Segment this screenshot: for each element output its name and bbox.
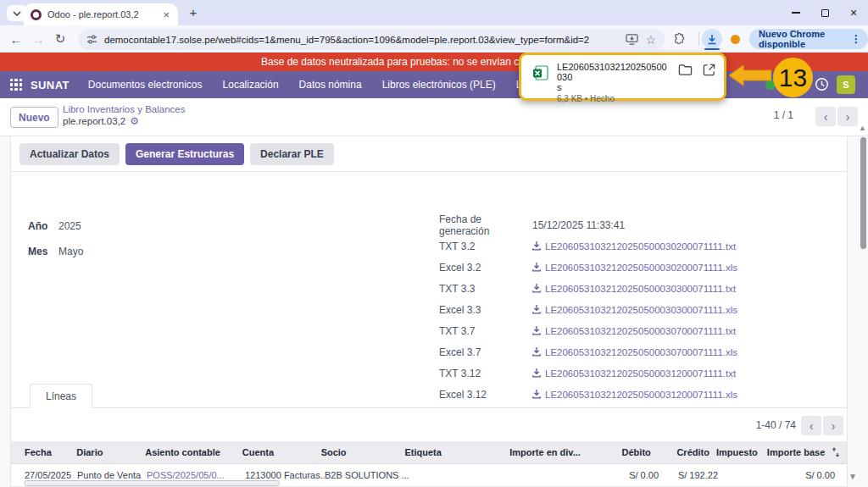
new-record-button[interactable]: Nuevo [10, 107, 58, 128]
profile-alert-icon[interactable] [731, 35, 740, 44]
download-icon [532, 305, 541, 314]
tab-lineas[interactable]: Líneas [30, 384, 92, 408]
tab-close-icon[interactable]: × [161, 9, 171, 20]
install-icon[interactable] [626, 34, 638, 45]
column-header[interactable]: Diario [76, 447, 145, 457]
column-header[interactable]: Fecha [25, 447, 76, 457]
browser-titlebar: Odoo - ple.report.03,2 × + × [0, 0, 868, 25]
download-meta: 6,3 KB • Hecho [557, 94, 670, 103]
file-label: Excel 3.2 [439, 262, 532, 274]
field-label-fecha-generacion: Fecha de generación [439, 213, 532, 237]
address-bar[interactable]: democontable17.solse.pe/web#cids=1&menu_… [78, 29, 665, 50]
field-value-mes[interactable]: Mayo [58, 246, 83, 257]
field-label-anio: Año [28, 220, 58, 232]
file-label: TXT 3.7 [439, 325, 532, 337]
new-tab-button[interactable]: + [185, 5, 202, 19]
column-header[interactable]: Importe en div... [485, 447, 581, 457]
cell-cuenta: 1213000 Facturas... [245, 470, 325, 480]
file-link[interactable]: LE2060531032120250500030200071111.txt [545, 241, 736, 252]
app-brand[interactable]: SUNAT [31, 79, 70, 91]
user-avatar[interactable]: S [837, 75, 855, 94]
nav-item-datos-nomina[interactable]: Datos nómina [299, 79, 362, 91]
column-header[interactable]: Débito [581, 447, 651, 457]
main-content: Actualizar Datos Generar Estructuras Dec… [0, 136, 868, 487]
notebook: Líneas 1-40 / 74 ‹ › [11, 384, 847, 408]
bookmark-star-icon[interactable]: ☆ [645, 33, 656, 47]
excel-file-icon [532, 62, 548, 93]
download-icon [532, 347, 541, 357]
open-file-icon[interactable] [703, 64, 715, 93]
column-header[interactable]: Asiento contable [145, 447, 242, 457]
gear-icon[interactable]: ⚙ [130, 115, 139, 127]
actualizar-datos-button[interactable]: Actualizar Datos [19, 143, 120, 165]
form-sheet: Actualizar Datos Generar Estructuras Dec… [10, 136, 848, 487]
cell-diario: Punto de Venta [77, 470, 147, 480]
file-label: Excel 3.7 [439, 346, 532, 358]
browser-window: Odoo - ple.report.03,2 × + × ← → ↻ democ… [0, 0, 868, 487]
menu-dots-icon[interactable]: ⋮ [851, 33, 861, 45]
column-header[interactable]: Cuenta [242, 447, 321, 457]
nav-item-libros-ple[interactable]: Libros electrónicos (PLE) [382, 79, 496, 91]
cell-asiento-link[interactable]: POSS/2025/05/0... [147, 470, 245, 480]
download-bubble[interactable]: LE2060531032120250500030 s 6,3 KB • Hech… [519, 53, 726, 101]
row-dropdown-caret-icon[interactable]: ▼ [849, 472, 857, 481]
file-link[interactable]: LE2060531032120250500031200071111.txt [545, 368, 736, 379]
apps-grid-icon[interactable] [10, 79, 23, 91]
activities-clock-icon[interactable] [815, 77, 829, 91]
extensions-icon[interactable] [673, 33, 686, 46]
downloads-button[interactable] [702, 29, 722, 49]
control-panel: Nuevo Libro Inventarios y Balances ple.r… [0, 98, 868, 136]
download-icon [532, 241, 541, 251]
column-header[interactable]: Crédito [651, 447, 709, 457]
back-button[interactable]: ← [5, 32, 27, 47]
cell-credito: S/ 192.22 [659, 470, 718, 480]
chrome-update-button[interactable]: Nuevo Chrome disponible ⋮ [749, 29, 868, 49]
vertical-scrollbar-thumb[interactable] [860, 137, 866, 249]
download-progress-indicator [704, 48, 720, 50]
nav-item-localizacion[interactable]: Localización [223, 79, 279, 91]
file-link[interactable]: LE2060531032120250500030300071111.txt [545, 284, 736, 294]
window-maximize-button[interactable] [810, 0, 839, 25]
url-text: democontable17.solse.pe/web#cids=1&menu_… [104, 35, 619, 45]
horizontal-scrollbar-thumb[interactable] [24, 480, 280, 486]
odoo-favicon [31, 9, 42, 20]
download-filename: LE2060531032120250500030 s [557, 62, 670, 92]
record-pager-next-button[interactable]: › [837, 107, 858, 126]
file-link[interactable]: LE2060531032120250500030700071111.txt [545, 326, 736, 336]
download-icon [532, 284, 541, 293]
file-link[interactable]: LE2060531032120250500030700071111.xls [545, 347, 737, 357]
show-in-folder-icon[interactable] [678, 64, 693, 93]
lines-pager-next-button[interactable]: › [823, 416, 843, 435]
declarar-ple-button[interactable]: Declarar PLE [250, 143, 334, 165]
reload-button[interactable]: ↻ [49, 31, 71, 47]
file-label: TXT 3.12 [439, 368, 532, 379]
column-header[interactable]: Etiqueta [404, 447, 485, 457]
browser-toolbar: ← → ↻ democontable17.solse.pe/web#cids=1… [0, 25, 868, 53]
window-close-button[interactable]: × [839, 0, 868, 25]
file-link[interactable]: LE2060531032120250500030300071111.xls [545, 305, 737, 315]
nav-item-documentos[interactable]: Documentos electronicos [88, 79, 203, 91]
field-value-anio[interactable]: 2025 [58, 220, 81, 232]
lines-pager-prev-button[interactable]: ‹ [801, 416, 821, 435]
file-link[interactable]: LE2060531032120250500030200071111.xls [545, 263, 737, 273]
column-header[interactable]: Importe base [758, 447, 825, 457]
download-icon [532, 263, 541, 272]
cell-fecha: 27/05/2025 [25, 470, 77, 480]
breadcrumb-current: ple.report.03,2 [63, 115, 125, 127]
generar-estructuras-button[interactable]: Generar Estructuras [125, 143, 244, 165]
browser-tab[interactable]: Odoo - ple.report.03,2 × [24, 3, 178, 25]
breadcrumb-parent[interactable]: Libro Inventarios y Balances [63, 103, 185, 115]
optional-columns-icon[interactable] [825, 447, 847, 457]
cell-debito: S/ 0.00 [587, 470, 659, 480]
table-header-row: Fecha Diario Asiento contable Cuenta Soc… [11, 441, 847, 464]
scrollbar-up-icon[interactable]: ▲ [859, 124, 866, 132]
column-header[interactable]: Socio [321, 447, 405, 457]
column-header[interactable]: Impuesto [709, 447, 758, 457]
site-settings-icon[interactable] [86, 34, 97, 45]
record-pager-prev-button[interactable]: ‹ [815, 107, 836, 126]
form-fields: Año 2025 Mes Mayo Fecha de generación 15… [11, 172, 847, 384]
forward-button[interactable]: → [27, 32, 49, 47]
record-pager-label: 1 / 1 [774, 109, 793, 121]
annotation-arrow-icon [729, 64, 771, 86]
window-minimize-button[interactable] [782, 0, 810, 25]
